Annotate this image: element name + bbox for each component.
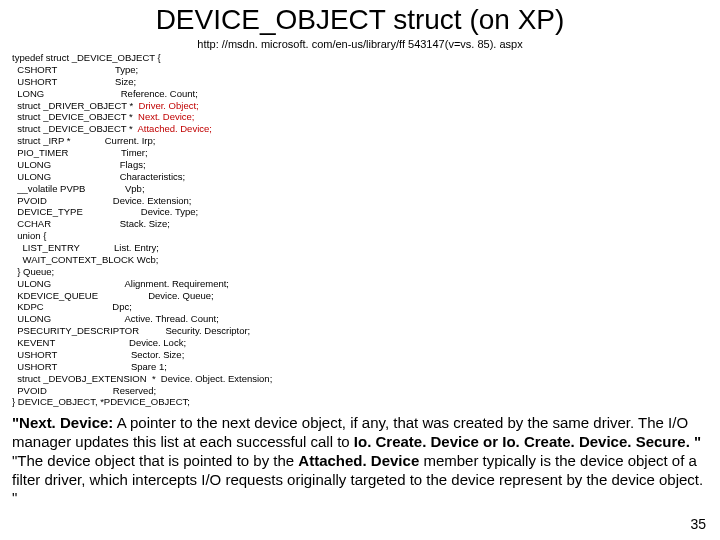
code-line: LONG Reference. Count; — [12, 88, 198, 99]
page-number: 35 — [690, 516, 706, 532]
code-line: DEVICE_TYPE Device. Type; — [12, 206, 198, 217]
desc-text: "The device object that is pointed to by… — [12, 452, 298, 469]
code-line: union { — [12, 230, 46, 241]
description: "Next. Device: A pointer to the next dev… — [12, 414, 708, 508]
code-line: struct _IRP * Current. Irp; — [12, 135, 155, 146]
code-line: struct _DEVICE_OBJECT * — [12, 123, 137, 134]
code-line: PVOID Reserved; — [12, 385, 156, 396]
code-line: WAIT_CONTEXT_BLOCK Wcb; — [12, 254, 158, 265]
code-line: } Queue; — [12, 266, 54, 277]
code-highlight: Driver. Object; — [139, 100, 199, 111]
code-highlight: Next. Device; — [138, 111, 195, 122]
code-line: } DEVICE_OBJECT, *PDEVICE_OBJECT; — [12, 396, 190, 407]
desc-bold: "Next. Device: — [12, 414, 113, 431]
code-line: USHORT Spare 1; — [12, 361, 167, 372]
code-line: CSHORT Type; — [12, 64, 138, 75]
code-line: struct _DEVOBJ_EXTENSION * Device. Objec… — [12, 373, 272, 384]
code-line: KEVENT Device. Lock; — [12, 337, 186, 348]
code-block: typedef struct _DEVICE_OBJECT { CSHORT T… — [12, 52, 708, 408]
code-line: USHORT Size; — [12, 76, 136, 87]
code-line: KDPC Dpc; — [12, 301, 132, 312]
code-line: ULONG Characteristics; — [12, 171, 185, 182]
code-line: ULONG Alignment. Requirement; — [12, 278, 229, 289]
desc-bold: Io. Create. Device or Io. Create. Device… — [354, 433, 701, 450]
code-line: struct _DRIVER_OBJECT * — [12, 100, 139, 111]
code-line: LIST_ENTRY List. Entry; — [12, 242, 159, 253]
code-line: USHORT Sector. Size; — [12, 349, 184, 360]
slide: DEVICE_OBJECT struct (on XP) http: //msd… — [0, 0, 720, 540]
code-line: PIO_TIMER Timer; — [12, 147, 148, 158]
code-line: struct _DEVICE_OBJECT * — [12, 111, 138, 122]
reference-url: http: //msdn. microsoft. com/en-us/libra… — [12, 38, 708, 50]
code-line: CCHAR Stack. Size; — [12, 218, 170, 229]
code-line: PSECURITY_DESCRIPTOR Security. Descripto… — [12, 325, 250, 336]
code-line: ULONG Active. Thread. Count; — [12, 313, 219, 324]
slide-title: DEVICE_OBJECT struct (on XP) — [12, 4, 708, 36]
desc-bold: Attached. Device — [298, 452, 419, 469]
code-line: PVOID Device. Extension; — [12, 195, 192, 206]
code-line: typedef struct _DEVICE_OBJECT { — [12, 52, 161, 63]
code-line: ULONG Flags; — [12, 159, 146, 170]
code-highlight: Attached. Device; — [137, 123, 211, 134]
code-line: __volatile PVPB Vpb; — [12, 183, 145, 194]
code-line: KDEVICE_QUEUE Device. Queue; — [12, 290, 214, 301]
